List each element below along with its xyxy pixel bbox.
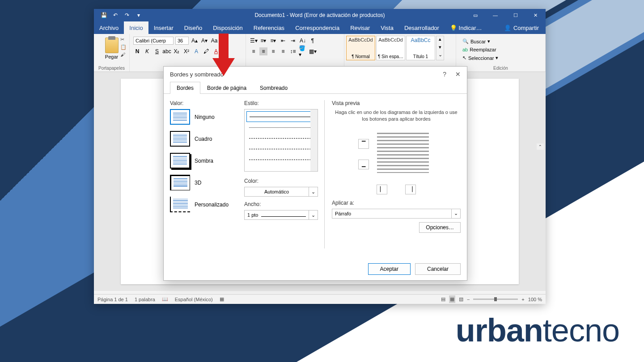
bold-button[interactable]: N bbox=[133, 47, 141, 55]
print-layout-icon[interactable]: ▦ bbox=[449, 295, 455, 303]
font-size-select[interactable]: 36 bbox=[175, 37, 189, 45]
multilevel-icon[interactable]: ≡▾ bbox=[269, 37, 277, 45]
menu-disposicion[interactable]: Disposición bbox=[208, 21, 248, 34]
show-marks-icon[interactable]: ¶ bbox=[309, 37, 317, 45]
preview-diagram[interactable] bbox=[372, 127, 434, 181]
label-color: Color: bbox=[244, 178, 318, 184]
bullets-icon[interactable]: ☰▾ bbox=[250, 37, 258, 45]
macro-icon[interactable]: ▦ bbox=[220, 296, 224, 302]
align-right-icon[interactable]: ≡ bbox=[269, 47, 277, 55]
spellcheck-icon[interactable]: 📖 bbox=[162, 296, 168, 302]
zoom-level[interactable]: 100 % bbox=[528, 297, 542, 302]
status-words[interactable]: 1 palabra bbox=[135, 297, 155, 302]
tab-bordes[interactable]: Bordes bbox=[170, 82, 200, 94]
group-edicion: Edición bbox=[456, 66, 545, 71]
valor-sombra[interactable]: Sombra bbox=[170, 153, 237, 168]
text-effects-icon[interactable]: A bbox=[192, 47, 200, 55]
shading-icon[interactable]: 🪣▾ bbox=[299, 47, 307, 55]
menu-desarrollador[interactable]: Desarrollador bbox=[399, 21, 445, 34]
style-scrollbar[interactable] bbox=[310, 109, 318, 171]
select-button[interactable]: ↖Seleccionar ▾ bbox=[462, 54, 540, 62]
numbering-icon[interactable]: ≡▾ bbox=[259, 37, 267, 45]
menu-indicar[interactable]: 💡 Indicar… bbox=[445, 21, 487, 34]
menu-diseno[interactable]: Diseño bbox=[179, 21, 208, 34]
underline-button[interactable]: S bbox=[153, 47, 161, 55]
undo-icon[interactable]: ↶ bbox=[112, 12, 119, 18]
font-name-select[interactable]: Calibri (Cuerp bbox=[133, 37, 174, 45]
italic-button[interactable]: K bbox=[143, 47, 151, 55]
minimize-button[interactable]: — bbox=[485, 9, 505, 21]
style-listbox[interactable] bbox=[244, 109, 318, 172]
menu-revisar[interactable]: Revisar bbox=[345, 21, 375, 34]
border-bottom-button[interactable]: ▁ bbox=[358, 160, 369, 169]
web-layout-icon[interactable]: ▧ bbox=[459, 296, 463, 302]
accept-button[interactable]: Aceptar bbox=[368, 263, 411, 275]
shrink-font-icon[interactable]: A▾ bbox=[200, 37, 208, 45]
zoom-slider[interactable] bbox=[473, 299, 518, 300]
style-sin-espacio[interactable]: AaBbCcDd ¶ Sin espa… bbox=[376, 36, 405, 60]
valor-personalizado[interactable]: Personalizado bbox=[170, 197, 237, 212]
zoom-out-icon[interactable]: − bbox=[467, 297, 470, 302]
grow-font-icon[interactable]: A▴ bbox=[191, 37, 199, 45]
styles-up-icon[interactable]: ▴ bbox=[436, 36, 444, 44]
width-dropdown[interactable]: 1 pto ⌄ bbox=[244, 210, 318, 220]
find-button[interactable]: 🔍Buscar ▾ bbox=[462, 38, 540, 45]
qat-more-icon[interactable]: ▾ bbox=[136, 12, 142, 18]
dialog-help-icon[interactable]: ? bbox=[443, 71, 446, 78]
border-right-button[interactable]: ▕ bbox=[405, 185, 416, 194]
save-icon[interactable]: 💾 bbox=[101, 12, 107, 18]
ruler-toggle-icon[interactable]: ⌃ bbox=[537, 143, 544, 150]
valor-3d[interactable]: 3D bbox=[170, 175, 237, 190]
align-left-icon[interactable]: ≡ bbox=[250, 47, 258, 55]
superscript-icon[interactable]: X² bbox=[182, 47, 191, 55]
close-button[interactable]: ✕ bbox=[525, 9, 546, 21]
menu-inicio[interactable]: Inicio bbox=[124, 21, 148, 34]
search-icon: 🔍 bbox=[462, 38, 469, 44]
decrease-indent-icon[interactable]: ⇤ bbox=[279, 37, 287, 45]
valor-cuadro[interactable]: Cuadro bbox=[170, 131, 237, 147]
tab-borde-pagina[interactable]: Borde de página bbox=[200, 82, 253, 94]
increase-indent-icon[interactable]: ⇥ bbox=[289, 37, 297, 45]
strike-icon[interactable]: abc bbox=[163, 47, 171, 55]
sort-icon[interactable]: A↓ bbox=[299, 37, 307, 45]
status-language[interactable]: Español (México) bbox=[175, 297, 213, 302]
menu-referencias[interactable]: Referencias bbox=[248, 21, 290, 34]
style-normal[interactable]: AaBbCcDd ¶ Normal bbox=[346, 36, 375, 60]
preview-hint: Haga clic en uno de los diagramas de la … bbox=[332, 109, 461, 123]
maximize-button[interactable]: ☐ bbox=[505, 9, 525, 21]
read-mode-icon[interactable]: ▤ bbox=[441, 296, 445, 302]
justify-icon[interactable]: ≡ bbox=[279, 47, 287, 55]
align-center-icon[interactable]: ≡ bbox=[259, 47, 267, 55]
status-page[interactable]: Página 1 de 1 bbox=[97, 297, 128, 302]
options-button[interactable]: Opciones… bbox=[419, 222, 461, 233]
border-left-button[interactable]: ▏ bbox=[377, 185, 387, 194]
replace-button[interactable]: abReemplazar bbox=[462, 46, 540, 53]
borders-icon[interactable]: ▦▾ bbox=[309, 47, 317, 55]
apply-to-dropdown[interactable]: Párrafo ⌄ bbox=[332, 209, 461, 219]
tab-sombreado[interactable]: Sombreado bbox=[253, 82, 294, 94]
highlight-icon[interactable]: 🖍 bbox=[202, 47, 210, 55]
ribbon-options-button[interactable]: ▭ bbox=[465, 9, 485, 21]
menu-archivo[interactable]: Archivo bbox=[94, 21, 124, 34]
border-top-button[interactable]: ▔ bbox=[358, 139, 369, 149]
share-button[interactable]: 👤 Compartir bbox=[497, 25, 546, 31]
styles-down-icon[interactable]: ▾ bbox=[436, 44, 444, 52]
dialog-close-icon[interactable]: ✕ bbox=[455, 71, 461, 78]
format-painter-icon[interactable]: 🖌 bbox=[120, 52, 127, 57]
valor-ninguno[interactable]: Ninguno bbox=[170, 109, 237, 125]
cancel-button[interactable]: Cancelar bbox=[415, 263, 461, 275]
redo-icon[interactable]: ↷ bbox=[124, 12, 130, 18]
style-titulo1[interactable]: AaBbCc Título 1 bbox=[406, 36, 435, 60]
copy-icon[interactable]: 📋 bbox=[120, 44, 127, 50]
cut-icon[interactable]: ✂ bbox=[120, 37, 127, 42]
subscript-icon[interactable]: X₂ bbox=[173, 47, 181, 55]
line-spacing-icon[interactable]: ↕≡ bbox=[289, 47, 297, 55]
menu-vista[interactable]: Vista bbox=[375, 21, 399, 34]
color-dropdown[interactable]: Automático ⌄ bbox=[244, 187, 318, 197]
menu-correspondencia[interactable]: Correspondencia bbox=[290, 21, 345, 34]
styles-more-icon[interactable]: ⌄ bbox=[436, 52, 444, 60]
window-title: Documento1 - Word (Error de activación d… bbox=[254, 12, 385, 18]
menu-insertar[interactable]: Insertar bbox=[148, 21, 179, 34]
label-preview: Vista previa bbox=[332, 100, 461, 106]
zoom-in-icon[interactable]: + bbox=[521, 297, 524, 302]
